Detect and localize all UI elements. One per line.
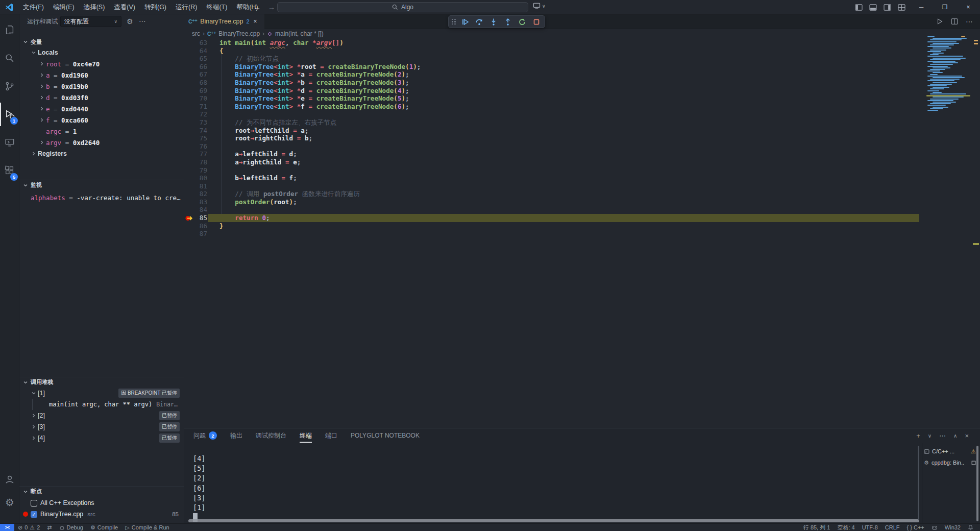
code-line-83[interactable]: 83 postOrder(root); — [184, 198, 950, 206]
panel-more-icon[interactable]: ⋯ — [939, 432, 946, 440]
variable-row[interactable]: argv = 0xd2640 — [19, 137, 184, 148]
variable-row[interactable]: root = 0xc4e70 — [19, 58, 184, 69]
code-line-76[interactable]: 76 — [184, 142, 950, 151]
terminal-output[interactable]: [4] [5] [2] [6] [3] [1] — [193, 454, 205, 513]
code-line-87[interactable]: 87 — [184, 230, 950, 238]
accounts-button[interactable] — [0, 468, 19, 491]
code-line-68[interactable]: 68 BinaryTree<int> *b = createBinaryTree… — [184, 79, 950, 87]
panel-tab-0[interactable]: 问题2 — [193, 428, 217, 443]
menu-5[interactable]: 运行(R) — [171, 2, 202, 13]
code-line-66[interactable]: 66 BinaryTree<int> *root = createBinaryT… — [184, 63, 950, 71]
breakpoint-row[interactable]: All C++ Exceptions — [19, 497, 184, 509]
sidebar-item-search[interactable] — [0, 46, 19, 70]
sidebar-item-remote-explorer[interactable] — [0, 131, 19, 154]
terminal-instance-1[interactable]: ⚙cppdbg: Bin.. — [924, 457, 976, 468]
continue-button[interactable] — [460, 17, 471, 27]
panel-tab-5[interactable]: POLYGLOT NOTEBOOK — [351, 428, 420, 443]
sidebar-item-source-control[interactable] — [0, 75, 19, 98]
callstack-row[interactable]: [3]已暂停 — [19, 421, 184, 432]
terminal-dropdown-icon[interactable]: ∨ — [928, 433, 932, 439]
menu-0[interactable]: 文件(F) — [18, 2, 48, 13]
kill-terminal-icon[interactable] — [971, 461, 976, 465]
breadcrumb-file[interactable]: BinaryTree.cpp — [218, 30, 260, 37]
code-line-82[interactable]: 82 // 调用 postOrder 函数来进行前序遍历 — [184, 190, 950, 198]
restart-button[interactable] — [517, 17, 527, 27]
drag-handle[interactable] — [452, 19, 456, 25]
minimap[interactable] — [925, 35, 973, 112]
close-panel-icon[interactable]: × — [965, 432, 969, 440]
registers-row[interactable]: Registers — [19, 148, 184, 159]
nav-back-button[interactable]: ← — [254, 3, 261, 11]
code-line-72[interactable]: 72 — [184, 110, 950, 118]
variable-row[interactable]: e = 0xd0440 — [19, 103, 184, 114]
variable-row[interactable]: a = 0xd1960 — [19, 69, 184, 81]
terminal-scrollbar-vertical[interactable] — [918, 446, 919, 520]
step-over-button[interactable] — [474, 17, 485, 27]
callstack-row[interactable]: main(int argc, char ** argv)Binar… — [32, 399, 184, 410]
callstack-row[interactable]: [2]已暂停 — [19, 410, 184, 421]
breakpoint-row[interactable]: ✓BinaryTree.cppsrc85 — [19, 509, 184, 520]
code-line-78[interactable]: 78 a→rightChild = e; — [184, 158, 950, 166]
panel-scrollbar[interactable] — [976, 446, 978, 521]
panel-tab-1[interactable]: 输出 — [230, 428, 242, 443]
maximize-panel-icon[interactable]: ∧ — [953, 433, 957, 439]
variable-row[interactable]: f = 0xca660 — [19, 114, 184, 126]
code-line-77[interactable]: 77 a→leftChild = d; — [184, 150, 950, 158]
new-terminal-icon[interactable]: + — [916, 432, 920, 440]
terminal-instance-0[interactable]: C/C++ ...⚠ — [924, 446, 976, 457]
stop-button[interactable] — [531, 17, 542, 27]
code-line-85[interactable]: 85 return 0; — [184, 214, 950, 222]
code-editor[interactable]: 63int main(int argc, char *argv[])64{65 … — [184, 39, 950, 238]
debug-more-actions-icon[interactable]: ⋯ — [139, 17, 146, 25]
toggle-panel-icon[interactable] — [869, 4, 877, 11]
code-line-74[interactable]: 74 root→leftChild = a; — [184, 127, 950, 135]
variable-row[interactable]: argc = 1 — [19, 126, 184, 137]
code-line-73[interactable]: 73 // 为不同节点指定左、右孩子节点 — [184, 118, 950, 127]
code-line-64[interactable]: 64{ — [184, 47, 950, 55]
scope-locals[interactable]: Locals — [19, 47, 184, 58]
more-actions-icon[interactable]: ⋯ — [966, 17, 973, 26]
menu-2[interactable]: 选择(S) — [79, 2, 110, 13]
code-line-81[interactable]: 81 — [184, 182, 950, 190]
code-line-80[interactable]: 80 b→leftChild = f; — [184, 174, 950, 182]
language-mode[interactable]: { } C++ — [903, 524, 928, 531]
toggle-secondary-sidebar-icon[interactable] — [884, 4, 891, 11]
menu-3[interactable]: 查看(V) — [109, 2, 140, 13]
eol-status[interactable]: CRLF — [881, 524, 903, 531]
code-line-63[interactable]: 63int main(int argc, char *argv[]) — [184, 39, 950, 47]
compile-button[interactable]: ⚙ Compile — [87, 524, 121, 531]
sidebar-item-run-and-debug[interactable]: 1 — [0, 103, 19, 126]
manage-button[interactable]: ⚙ — [0, 491, 19, 514]
code-line-69[interactable]: 69 BinaryTree<int> *d = createBinaryTree… — [184, 87, 950, 95]
step-out-button[interactable] — [502, 17, 513, 27]
section-breakpoints[interactable]: 断点 — [19, 486, 184, 496]
terminal-scrollbar-horizontal[interactable] — [188, 519, 919, 522]
breadcrumb[interactable]: src › C⁺⁺ BinaryTree.cpp › main(int, cha… — [184, 29, 980, 39]
compile-run-button[interactable]: ▷ Compile & Run — [121, 524, 173, 531]
encoding-status[interactable]: UTF-8 — [859, 524, 881, 531]
cursor-position[interactable]: 行 85, 列 1 — [800, 524, 834, 531]
panel-tab-2[interactable]: 调试控制台 — [256, 428, 286, 443]
copilot-status[interactable] — [928, 524, 941, 531]
menu-4[interactable]: 转到(G) — [140, 2, 171, 13]
nav-forward-button[interactable]: → — [268, 3, 275, 11]
callstack-row[interactable]: [1]因 BREAKPOINT 已暂停 — [19, 388, 184, 399]
section-variables[interactable]: 变量 — [19, 37, 184, 47]
panel-tab-3[interactable]: 终端 — [300, 428, 312, 443]
minimize-button[interactable]: ─ — [910, 0, 933, 14]
tab-binarytree-cpp[interactable]: C⁺⁺ BinaryTree.cpp 2 × — [184, 14, 264, 29]
breadcrumb-symbol[interactable]: main(int, char * []) — [275, 30, 324, 37]
breakpoint-checkbox[interactable] — [31, 500, 37, 506]
code-line-70[interactable]: 70 BinaryTree<int> *e = createBinaryTree… — [184, 94, 950, 103]
problems-status[interactable]: ⊘ 0 ⚠ 2 — [14, 524, 43, 531]
debug-status-button[interactable]: Debug — [56, 524, 87, 531]
run-file-icon[interactable] — [936, 18, 943, 25]
tab-close-icon[interactable]: × — [254, 18, 257, 25]
profile-device-button[interactable]: ∨ — [533, 3, 546, 9]
notifications-bell[interactable] — [964, 524, 977, 531]
sidebar-item-extensions[interactable]: 5 — [0, 159, 19, 182]
tool-status[interactable]: ⇄ — [43, 524, 55, 531]
platform-config[interactable]: Win32 — [941, 524, 964, 531]
code-line-67[interactable]: 67 BinaryTree<int> *a = createBinaryTree… — [184, 70, 950, 79]
menu-6[interactable]: 终端(T) — [202, 2, 232, 13]
